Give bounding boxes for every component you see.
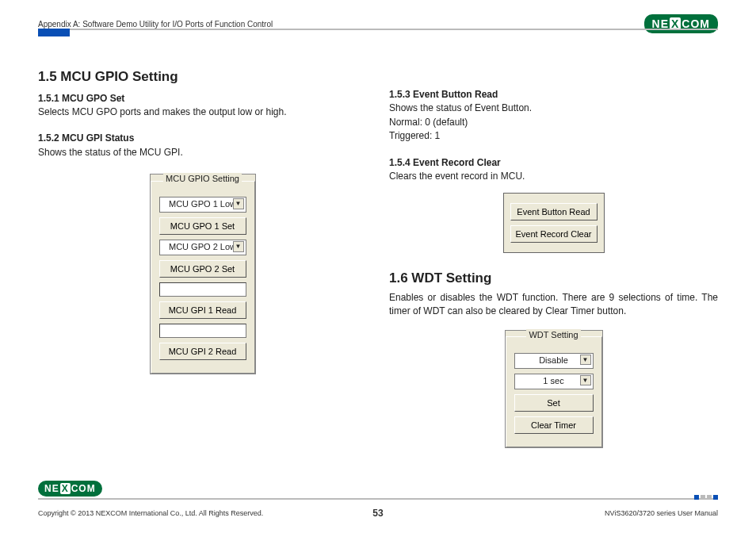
footer-logo-wrap: NEXCOM bbox=[38, 481, 102, 497]
body-1-5-3-l1: Shows the status of Event Button. bbox=[389, 102, 718, 115]
body-1-6: Enables or disables the WDT function. Th… bbox=[389, 291, 718, 319]
footer-logo-pre: NE bbox=[44, 483, 59, 494]
page-number: 53 bbox=[372, 508, 383, 519]
footer-rule bbox=[38, 498, 718, 500]
event-record-clear[interactable]: Event Record Clear bbox=[510, 225, 598, 243]
mcu-gpio-panel: MCU GPIO Setting MCU GPO 1 Low MCU GPO 1… bbox=[150, 174, 256, 374]
body-1-5-2: Shows the status of the MCU GPI. bbox=[38, 146, 367, 159]
brand-logo: NEXCOM bbox=[644, 14, 718, 33]
gpo1-select[interactable]: MCU GPO 1 Low bbox=[159, 197, 246, 213]
blue-tab-decoration bbox=[38, 29, 70, 36]
copyright-text: Copyright © 2013 NEXCOM International Co… bbox=[38, 509, 263, 517]
body-1-5-1: Selects MCU GPO ports and makes the outp… bbox=[38, 105, 367, 119]
wdt-enable-select[interactable]: Disable bbox=[514, 353, 594, 369]
manual-reference: NViS3620/3720 series User Manual bbox=[605, 509, 718, 517]
heading-1-5: 1.5 MCU GPIO Setting bbox=[38, 67, 367, 87]
gpio-legend: MCU GPIO Setting bbox=[163, 173, 242, 186]
heading-1-5-2: 1.5.2 MCU GPI Status bbox=[38, 132, 367, 145]
appendix-title: Appendix A: Software Demo Utility for I/… bbox=[38, 20, 273, 29]
wdt-time-select[interactable]: 1 sec bbox=[514, 374, 594, 389]
gpo2-select[interactable]: MCU GPO 2 Low bbox=[159, 240, 246, 255]
right-column: 1.5.3 Event Button Read Shows the status… bbox=[389, 67, 718, 485]
gpi2-read-button[interactable]: MCU GPI 2 Read bbox=[159, 343, 246, 360]
gpi2-input[interactable] bbox=[159, 324, 246, 338]
gpo2-set-button[interactable]: MCU GPO 2 Set bbox=[159, 260, 246, 278]
gpi1-input[interactable] bbox=[159, 282, 246, 297]
event-button-read[interactable]: Event Button Read bbox=[510, 203, 598, 220]
header-rule bbox=[38, 29, 718, 30]
left-column: 1.5 MCU GPIO Setting 1.5.1 MCU GPO Set S… bbox=[38, 67, 367, 485]
heading-1-5-4: 1.5.4 Event Record Clear bbox=[389, 156, 718, 170]
wdt-legend: WDT Setting bbox=[526, 329, 580, 342]
heading-1-5-3: 1.5.3 Event Button Read bbox=[389, 88, 718, 102]
body-1-5-3-l3: Triggered: 1 bbox=[389, 129, 718, 143]
body-1-5-3-l2: Normal: 0 (default) bbox=[389, 116, 718, 129]
wdt-set-button[interactable]: Set bbox=[514, 394, 594, 412]
heading-1-5-1: 1.5.1 MCU GPO Set bbox=[38, 92, 367, 105]
wdt-panel: WDT Setting Disable 1 sec Set Clear Time… bbox=[505, 330, 603, 448]
heading-1-6: 1.6 WDT Setting bbox=[389, 269, 718, 289]
gpi1-read-button[interactable]: MCU GPI 1 Read bbox=[159, 301, 246, 319]
footer-logo-post: COM bbox=[71, 483, 96, 494]
gpo1-set-button[interactable]: MCU GPO 1 Set bbox=[159, 217, 246, 235]
body-1-5-4: Clears the event record in MCU. bbox=[389, 170, 718, 183]
wdt-clear-timer-button[interactable]: Clear Timer bbox=[514, 416, 594, 434]
footer-dots-decoration bbox=[694, 495, 718, 500]
footer-logo-x-icon: X bbox=[60, 483, 71, 494]
event-panel: Event Button Read Event Record Clear bbox=[503, 193, 605, 253]
footer-brand-logo: NEXCOM bbox=[38, 481, 102, 497]
